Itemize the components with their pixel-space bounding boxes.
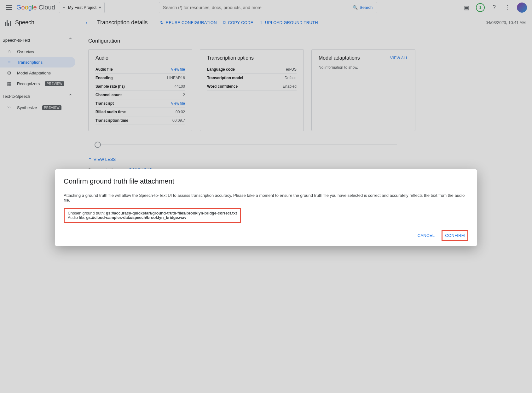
modal-title: Confirm ground truth file attachment (64, 177, 468, 185)
confirm-ground-truth-modal: Confirm ground truth file attachment Att… (55, 169, 477, 246)
audio-label: Audio file: (68, 215, 86, 220)
gt-path: gs://accuracy-quickstart/ground-truth-fi… (106, 211, 237, 215)
confirm-button[interactable]: CONFIRM (442, 230, 468, 241)
cancel-button[interactable]: CANCEL (414, 231, 439, 240)
ground-truth-info-box: Chosen ground truth: gs://accuracy-quick… (64, 208, 241, 223)
modal-body: Attaching a ground truth file will allow… (64, 193, 468, 202)
gt-label: Chosen ground truth: (68, 211, 106, 215)
audio-path: gs://cloud-samples-data/speech/brooklyn_… (86, 215, 186, 220)
